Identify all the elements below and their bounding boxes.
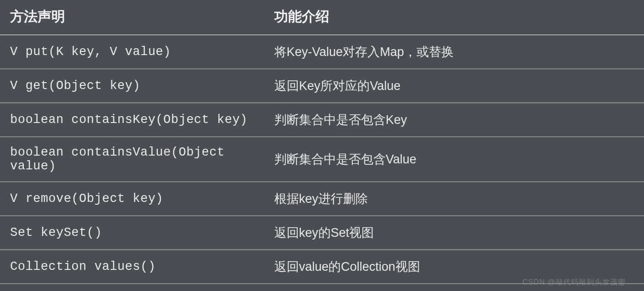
- cell-method: boolean containsValue(Object value): [0, 137, 264, 182]
- cell-method: Set keySet(): [0, 216, 264, 250]
- cell-description: 将Key-Value对存入Map，或替换: [264, 35, 644, 69]
- cell-method: V remove(Object key): [0, 182, 264, 216]
- table-row: boolean containsKey(Object key) 判断集合中是否包…: [0, 103, 644, 137]
- header-method: 方法声明: [0, 0, 264, 35]
- table-row: V put(K key, V value) 将Key-Value对存入Map，或…: [0, 35, 644, 69]
- cell-method: V put(K key, V value): [0, 35, 264, 69]
- cell-method: Collection values(): [0, 250, 264, 284]
- cell-description: 返回key的Set视图: [264, 216, 644, 250]
- watermark: CSDN @敲代码敲到头发茂密: [522, 278, 626, 287]
- table-row: V get(Object key) 返回Key所对应的Value: [0, 69, 644, 103]
- table-row: V remove(Object key) 根据key进行删除: [0, 182, 644, 216]
- cell-description: 返回Key所对应的Value: [264, 69, 644, 103]
- table-row: boolean containsValue(Object value) 判断集合…: [0, 137, 644, 182]
- cell-method: V get(Object key): [0, 69, 264, 103]
- cell-description: 根据key进行删除: [264, 182, 644, 216]
- header-description: 功能介绍: [264, 0, 644, 35]
- methods-table: 方法声明 功能介绍 V put(K key, V value) 将Key-Val…: [0, 0, 644, 291]
- cell-method: Set<Map.Entry<K,V>> entrySet(): [0, 284, 264, 291]
- table-row: Set keySet() 返回key的Set视图: [0, 216, 644, 250]
- cell-method: boolean containsKey(Object key): [0, 103, 264, 137]
- cell-description: 判断集合中是否包含Value: [264, 137, 644, 182]
- table-header-row: 方法声明 功能介绍: [0, 0, 644, 35]
- cell-description: 判断集合中是否包含Key: [264, 103, 644, 137]
